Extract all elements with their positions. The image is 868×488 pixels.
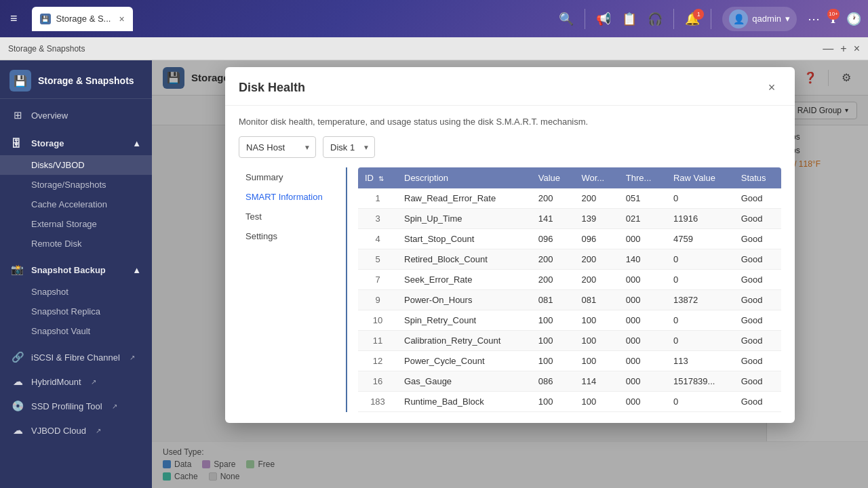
sidebar-snapshot-backup-label: Snapshot Backup	[31, 265, 106, 275]
sidebar-storage-title[interactable]: 🗄 Storage ▲	[0, 131, 152, 155]
titlebar-label: Storage & Snapshots	[8, 44, 85, 54]
sidebar-item-snapshot[interactable]: Snapshot	[0, 282, 152, 302]
sidebar-item-snapshot-replica[interactable]: Snapshot Replica	[0, 302, 152, 321]
sidebar-snapshot-vault-label: Snapshot Vault	[31, 326, 90, 336]
sidebar-snapshot-title[interactable]: 📸 Snapshot Backup ▲	[0, 258, 152, 282]
cell-raw-value: 4759	[667, 229, 734, 249]
cell-status: Good	[734, 209, 781, 229]
app-title: Storage & Snapshots	[38, 75, 134, 86]
col-status[interactable]: Status	[734, 167, 781, 188]
cell-threshold: 051	[619, 188, 667, 209]
sidebar-item-remote-disk[interactable]: Remote Disk	[0, 234, 152, 253]
cell-worst: 100	[574, 310, 618, 331]
ssd-icon: 💿	[11, 400, 24, 412]
modal-nav-smart[interactable]: SMART Information	[239, 187, 335, 207]
cell-worst: 081	[574, 290, 618, 310]
cell-worst: 200	[574, 249, 618, 270]
app-icon: 💾	[9, 70, 31, 92]
modal-header: Disk Health ×	[225, 67, 795, 106]
cell-status: Good	[734, 290, 781, 310]
sidebar-item-hybridmount[interactable]: ☁ HybridMount ↗	[0, 369, 152, 394]
sidebar-vjbod-label: VJBOD Cloud	[31, 426, 86, 436]
browser-chrome: ≡ 💾 Storage & S... × 🔍 📢 📋 🎧 🔔 1 👤 qadmi…	[0, 0, 868, 37]
cell-value: 096	[532, 229, 575, 249]
notification-badge: 1	[693, 9, 704, 20]
browser-menu-icon[interactable]: ≡	[7, 8, 21, 29]
col-worst[interactable]: Wor...	[574, 167, 618, 188]
cell-raw-value: 0	[667, 249, 734, 270]
overview-icon: ⊞	[11, 109, 24, 121]
table-row: 5 Retired_Block_Count 200 200 140 0 Good	[358, 249, 781, 270]
nav-section-extras: 🔗 iSCSI & Fibre Channel ↗ ☁ HybridMount …	[0, 345, 152, 443]
table-row: 12 Power_Cycle_Count 100 100 000 113 Goo…	[358, 351, 781, 371]
cell-threshold: 000	[619, 392, 667, 412]
headset-icon[interactable]: 🎧	[648, 12, 663, 26]
vjbod-icon: ☁	[11, 424, 24, 436]
cell-value: 081	[532, 290, 575, 310]
sidebar-cache-label: Cache Acceleration	[31, 199, 107, 209]
info-badge: 10+	[827, 9, 840, 20]
col-raw-value[interactable]: Raw Value	[667, 167, 734, 188]
iscsi-external-icon: ↗	[130, 354, 135, 361]
user-name: qadmin	[752, 14, 781, 24]
col-description[interactable]: Description	[397, 167, 532, 188]
disk-health-modal: Disk Health × Monitor disk health, tempe…	[225, 67, 795, 423]
close-window-button[interactable]: ×	[854, 43, 860, 55]
cell-value: 100	[532, 310, 575, 331]
snapshot-icon: 📸	[11, 264, 24, 276]
cell-threshold: 000	[619, 229, 667, 249]
col-id[interactable]: ID ⇅	[358, 167, 397, 188]
tab-close-button[interactable]: ×	[119, 14, 124, 24]
sidebar-remote-label: Remote Disk	[31, 239, 81, 249]
app-titlebar: Storage & Snapshots — + ×	[0, 37, 868, 60]
cell-status: Good	[734, 371, 781, 392]
cell-value: 141	[532, 209, 575, 229]
modal-close-button[interactable]: ×	[762, 78, 781, 97]
snapshot-collapse-icon: ▲	[132, 265, 141, 275]
sidebar-item-storage-snapshots[interactable]: Storage/Snapshots	[0, 175, 152, 195]
modal-nav-test[interactable]: Test	[239, 207, 335, 226]
separator3	[711, 9, 711, 29]
cell-id: 3	[358, 209, 397, 229]
cell-description: Power_Cycle_Count	[397, 351, 532, 371]
col-value[interactable]: Value	[532, 167, 575, 188]
sidebar-item-vjbod-cloud[interactable]: ☁ VJBOD Cloud ↗	[0, 418, 152, 443]
browser-tab[interactable]: 💾 Storage & S... ×	[32, 7, 133, 31]
separator2	[673, 9, 674, 29]
user-area[interactable]: 👤 qadmin ▾	[722, 7, 797, 31]
dots-icon[interactable]: ⋯	[808, 12, 820, 26]
sidebar-item-external-storage[interactable]: External Storage	[0, 214, 152, 234]
sidebar-item-snapshot-vault[interactable]: Snapshot Vault	[0, 321, 152, 341]
speaker-icon[interactable]: 📢	[596, 12, 611, 26]
cell-value: 086	[532, 371, 575, 392]
disk-select[interactable]: Disk 1 Disk 2 Disk 3 Disk 4	[323, 136, 375, 158]
sidebar-storage-snapshots-label: Storage/Snapshots	[31, 180, 106, 190]
minimize-button[interactable]: —	[823, 43, 833, 55]
bell-icon[interactable]: 🔔 1	[685, 12, 700, 26]
nas-host-select[interactable]: NAS Host VJBOD Host	[239, 136, 316, 158]
cell-threshold: 021	[619, 209, 667, 229]
modal-filters: NAS Host VJBOD Host Disk 1 Disk 2 Disk 3…	[239, 136, 781, 158]
sidebar-item-cache-acceleration[interactable]: Cache Acceleration	[0, 195, 152, 214]
modal-nav-summary[interactable]: Summary	[239, 167, 335, 187]
cell-worst: 114	[574, 371, 618, 392]
sidebar-snapshot-label: Snapshot	[31, 287, 68, 297]
sidebar-item-iscsi[interactable]: 🔗 iSCSI & Fibre Channel ↗	[0, 345, 152, 369]
search-icon[interactable]: 🔍	[559, 12, 574, 26]
nav-section-overview: ⊞ Overview	[0, 103, 152, 127]
cell-raw-value: 0	[667, 188, 734, 209]
maximize-button[interactable]: +	[840, 43, 846, 55]
col-threshold[interactable]: Thre...	[619, 167, 667, 188]
sidebar-item-ssd-profiling[interactable]: 💿 SSD Profiling Tool ↗	[0, 394, 152, 418]
cell-status: Good	[734, 270, 781, 290]
clipboard-icon[interactable]: 📋	[622, 12, 637, 26]
sidebar-item-overview[interactable]: ⊞ Overview	[0, 103, 152, 127]
sidebar-item-disks[interactable]: Disks/VJBOD	[0, 155, 152, 175]
cell-raw-value: 13872	[667, 290, 734, 310]
cell-id: 5	[358, 249, 397, 270]
cell-value: 200	[532, 249, 575, 270]
modal-nav-settings[interactable]: Settings	[239, 226, 335, 246]
cell-threshold: 000	[619, 290, 667, 310]
info-icon[interactable]: ℹ 10+	[831, 12, 835, 26]
clock-icon[interactable]: 🕐	[846, 12, 861, 26]
